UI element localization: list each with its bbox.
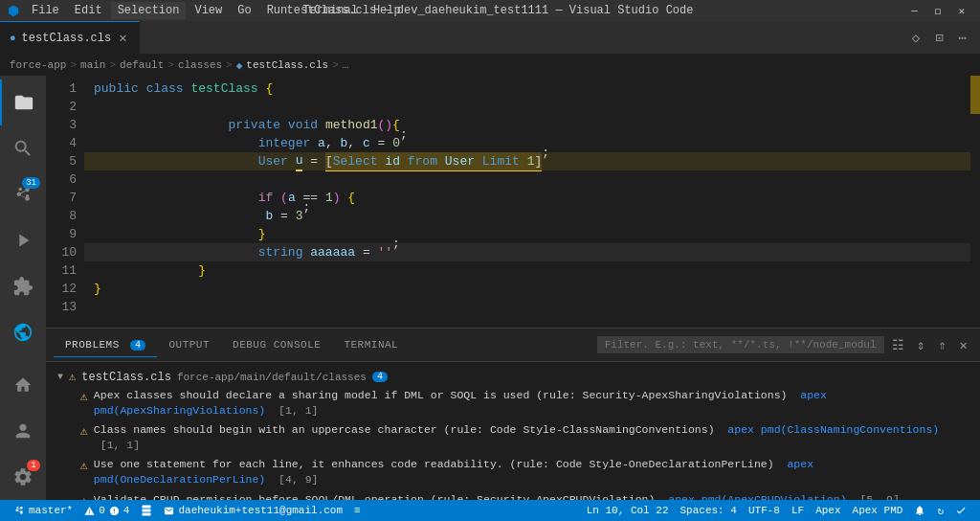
menu-file[interactable]: File bbox=[25, 2, 66, 19]
breadcrumb-file-icon: ◆ bbox=[236, 59, 243, 72]
minimize-button[interactable]: — bbox=[903, 3, 925, 19]
status-errors: 0 bbox=[99, 505, 105, 516]
status-bar: master* 0 4 daeheukim+test11@gmail.com ≡… bbox=[0, 500, 980, 521]
problem-group-testclass: ▼ ⚠ testClass.cls force-app/main/default… bbox=[46, 366, 980, 500]
breadcrumb-classes[interactable]: classes bbox=[178, 59, 222, 71]
problem-pos-2: [1, 1] bbox=[94, 439, 140, 451]
menu-selection[interactable]: Selection bbox=[111, 2, 187, 19]
status-remote[interactable] bbox=[135, 500, 158, 521]
tab-action-layout[interactable]: ⊡ bbox=[929, 26, 948, 50]
breadcrumb: force-app > main > default > classes > ◆… bbox=[0, 55, 980, 76]
settings-badge: 1 bbox=[27, 460, 40, 471]
breadcrumb-ellipsis[interactable]: … bbox=[343, 59, 349, 71]
branch-name: master* bbox=[29, 505, 73, 516]
search-icon[interactable] bbox=[0, 125, 46, 171]
status-sync[interactable]: ↻ bbox=[931, 500, 949, 521]
status-right: Ln 10, Col 22 Spaces: 4 UTF-8 LF Apex Ap… bbox=[581, 500, 972, 521]
problem-link-3[interactable]: apex pmd(OneDeclarationPerLine) bbox=[94, 458, 813, 486]
source-control-icon[interactable]: 31 bbox=[0, 171, 46, 217]
problems-count-badge: 4 bbox=[130, 340, 146, 351]
panel-filter-input[interactable] bbox=[597, 336, 884, 353]
status-formatter[interactable]: Apex PMD bbox=[847, 500, 909, 521]
problem-link-2[interactable]: apex pmd(ClassNamingConventions) bbox=[727, 423, 939, 436]
code-content[interactable]: public class testClass { private void me… bbox=[84, 76, 970, 328]
editor-area: 1 2 3 4 5 6 7 8 9 10 11 12 13 public cla… bbox=[46, 76, 980, 500]
code-line-10: string aaaaaa = ''; bbox=[84, 243, 970, 261]
settings-icon[interactable]: 1 bbox=[0, 454, 46, 500]
status-user-email: daeheukim+test11@gmail.com bbox=[178, 505, 343, 516]
code-editor[interactable]: 1 2 3 4 5 6 7 8 9 10 11 12 13 public cla… bbox=[46, 76, 980, 328]
breadcrumb-default[interactable]: default bbox=[120, 59, 164, 71]
problem-item-2[interactable]: ⚠ Class names should begin with an upper… bbox=[54, 420, 972, 455]
maximize-button[interactable]: ◻ bbox=[927, 3, 949, 19]
salesforce-icon[interactable] bbox=[0, 309, 46, 355]
status-errors-warnings[interactable]: 0 4 bbox=[78, 500, 135, 521]
status-encoding[interactable]: UTF-8 bbox=[743, 500, 786, 521]
menu-edit[interactable]: Edit bbox=[68, 2, 109, 19]
breadcrumb-sep5: > bbox=[332, 59, 339, 71]
panel-expand-btn[interactable]: ⇑ bbox=[933, 334, 950, 356]
menu-go[interactable]: Go bbox=[231, 2, 257, 19]
tab-bar: ● testClass.cls ✕ ◇ ⊡ ⋯ bbox=[0, 21, 980, 55]
breadcrumb-sep4: > bbox=[226, 59, 233, 71]
tab-testclass[interactable]: ● testClass.cls ✕ bbox=[0, 21, 140, 55]
panel-tab-problems[interactable]: PROBLEMS 4 bbox=[54, 333, 157, 357]
account-icon[interactable] bbox=[0, 408, 46, 454]
status-user[interactable]: daeheukim+test11@gmail.com bbox=[158, 500, 348, 521]
panel-tab-terminal[interactable]: TERMINAL bbox=[332, 333, 410, 356]
code-line-5: User u = [Select id from User Limit 1]; bbox=[84, 152, 970, 170]
tab-label: testClass.cls bbox=[22, 32, 112, 45]
problem-link-4[interactable]: apex pmd(ApexCRUDViolation) bbox=[668, 493, 846, 500]
breadcrumb-main[interactable]: main bbox=[80, 59, 105, 71]
remote-icon[interactable] bbox=[0, 362, 46, 408]
panel-collapse-btn[interactable]: ⇕ bbox=[912, 334, 929, 356]
warning-icon-3: ⚠ bbox=[80, 458, 88, 473]
status-branch[interactable]: master* bbox=[8, 500, 78, 521]
panel-close-btn[interactable]: ✕ bbox=[955, 334, 972, 356]
group-expand-arrow: ▼ bbox=[57, 372, 63, 382]
panel-tab-output[interactable]: OUTPUT bbox=[157, 333, 221, 356]
warning-icon-2: ⚠ bbox=[80, 423, 88, 439]
status-line-ending[interactable]: LF bbox=[786, 500, 810, 521]
warning-icon-4: ⚠ bbox=[80, 493, 88, 500]
explorer-icon[interactable] bbox=[0, 79, 46, 125]
code-line-13 bbox=[84, 298, 970, 316]
tab-file-icon: ● bbox=[10, 33, 16, 44]
problem-text-3: Use one statement for each line, it enha… bbox=[94, 457, 969, 487]
problem-item-4[interactable]: ⚠ Validate CRUD permission before SOQL/D… bbox=[54, 490, 972, 500]
tab-action-more[interactable]: ⋯ bbox=[953, 26, 972, 50]
tab-actions: ◇ ⊡ ⋯ bbox=[906, 26, 980, 50]
status-menu[interactable]: ≡ bbox=[348, 500, 367, 521]
main-area: 31 1 1 2 3 4 5 bbox=[0, 76, 980, 500]
title-controls: — ◻ ✕ bbox=[903, 3, 972, 19]
code-line-1: public class testClass { bbox=[84, 79, 970, 98]
problem-item-3[interactable]: ⚠ Use one statement for each line, it en… bbox=[54, 455, 972, 489]
problem-group-header[interactable]: ▼ ⚠ testClass.cls force-app/main/default… bbox=[54, 368, 972, 386]
breadcrumb-current[interactable]: testClass.cls bbox=[246, 59, 328, 71]
status-position[interactable]: Ln 10, Col 22 bbox=[581, 500, 675, 521]
extensions-icon[interactable] bbox=[0, 263, 46, 309]
status-deploy[interactable] bbox=[949, 500, 972, 521]
problem-item-1[interactable]: ⚠ Apex classes should declare a sharing … bbox=[54, 386, 972, 420]
problem-text-1: Apex classes should declare a sharing mo… bbox=[94, 388, 969, 419]
problem-link-1[interactable]: apex pmd(ApexSharingViolations) bbox=[94, 389, 827, 417]
tab-close-icon[interactable]: ✕ bbox=[117, 29, 128, 47]
breadcrumb-sep1: > bbox=[70, 59, 77, 71]
filter-icon[interactable]: ☷ bbox=[888, 335, 908, 355]
tab-action-split[interactable]: ◇ bbox=[906, 26, 925, 50]
close-button[interactable]: ✕ bbox=[950, 3, 972, 19]
panel-tab-debug[interactable]: DEBUG CONSOLE bbox=[221, 333, 332, 356]
menu-view[interactable]: View bbox=[188, 2, 229, 19]
run-debug-icon[interactable] bbox=[0, 217, 46, 263]
breadcrumb-forceapp[interactable]: force-app bbox=[10, 59, 66, 71]
group-dot: ⚠ bbox=[69, 370, 76, 384]
status-spaces[interactable]: Spaces: 4 bbox=[675, 500, 743, 521]
problem-pos-1: [1, 1] bbox=[272, 404, 318, 417]
status-language[interactable]: Apex bbox=[810, 500, 846, 521]
panel: PROBLEMS 4 OUTPUT DEBUG CONSOLE TERMINAL… bbox=[46, 328, 980, 500]
panel-controls: ⇕ ⇑ ✕ bbox=[912, 334, 972, 356]
panel-filter: ☷ bbox=[597, 335, 908, 355]
status-warnings: 4 bbox=[123, 505, 130, 516]
status-notifications[interactable] bbox=[908, 500, 931, 521]
group-count: 4 bbox=[372, 372, 388, 382]
